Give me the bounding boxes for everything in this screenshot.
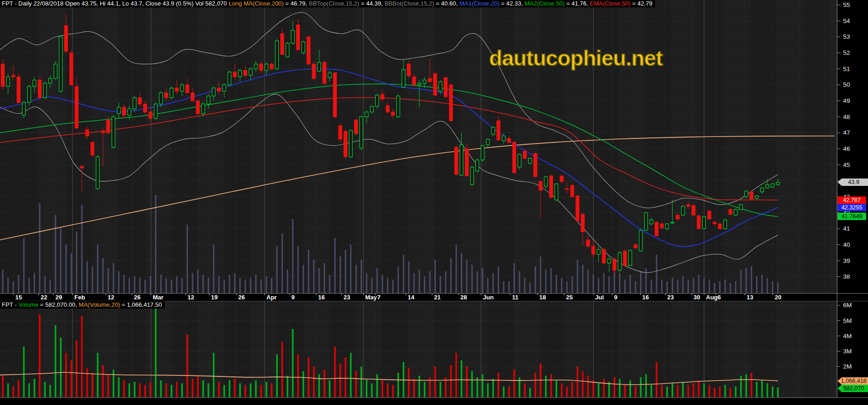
- candle-body: [650, 220, 653, 224]
- volume-bar: [23, 346, 25, 397]
- volume-title-symbol: FPT -: [2, 301, 18, 308]
- volume-bar: [403, 362, 404, 397]
- inline-volume-bar: [118, 271, 120, 293]
- candle: [333, 72, 337, 118]
- candle-body: [159, 93, 163, 104]
- inline-volume-bar: [297, 246, 299, 293]
- inline-volume-bar: [97, 245, 98, 293]
- volume-bar: [413, 379, 415, 397]
- volume-bar: [555, 380, 557, 397]
- inline-volume-bar: [672, 278, 673, 293]
- candle-body: [676, 215, 679, 219]
- week-band: [145, 301, 171, 398]
- candle-body: [760, 188, 764, 192]
- candle: [228, 71, 231, 87]
- ma50-price-tag: 41.7649: [838, 213, 866, 220]
- volume-bar: [2, 376, 4, 397]
- date-axis-label: 20: [775, 294, 781, 301]
- candle-body: [539, 182, 542, 191]
- volume-bar: [34, 379, 36, 397]
- candle-body: [518, 155, 521, 167]
- candle-body: [286, 43, 289, 57]
- volume-bar: [355, 371, 357, 397]
- inline-volume-bar: [155, 195, 157, 293]
- inline-volume-bar: [777, 282, 778, 293]
- candle-body: [296, 25, 300, 50]
- inline-volume-bar: [71, 253, 72, 293]
- title-ma1-label: MA1(Close,20): [459, 0, 500, 7]
- week-band: [408, 0, 434, 293]
- volume-bar: [756, 382, 758, 397]
- volume-bar: [361, 367, 362, 397]
- candle-body: [655, 222, 658, 236]
- candle: [1, 59, 5, 89]
- candle-body: [191, 93, 194, 101]
- inline-volume-bar: [619, 273, 621, 293]
- candle: [38, 77, 41, 100]
- candle: [708, 209, 711, 220]
- inline-volume-bar: [208, 278, 209, 293]
- candle-body: [223, 85, 226, 91]
- price-axis-label: 54: [843, 18, 850, 24]
- date-axis-label: 15: [15, 294, 22, 301]
- price-axis-label: 38: [843, 273, 850, 280]
- candle: [560, 174, 563, 183]
- inline-volume-bar: [550, 268, 552, 293]
- volume-bar: [345, 357, 347, 397]
- inline-volume-bar: [582, 265, 584, 293]
- volume-bar: [455, 353, 457, 397]
- inline-volume-bar: [7, 278, 9, 293]
- week-band: [198, 0, 224, 293]
- candle-body: [750, 192, 753, 199]
- inline-volume-bar: [213, 245, 214, 293]
- inline-volume-bar: [44, 276, 46, 293]
- candle-body: [181, 85, 184, 91]
- volume-bar: [582, 371, 584, 397]
- candle-body: [660, 224, 663, 228]
- candle-body: [586, 240, 590, 246]
- week-band: [724, 0, 750, 293]
- candle-body: [639, 230, 642, 251]
- inline-volume-bar: [440, 276, 441, 293]
- candle: [476, 158, 479, 173]
- inline-volume-bar: [629, 274, 631, 293]
- inline-volume-bar: [519, 271, 520, 293]
- candle: [17, 74, 20, 104]
- candle-body: [365, 112, 368, 117]
- volume-bar: [598, 383, 600, 397]
- inline-volume-bar: [493, 273, 494, 293]
- volume-axis-label: 6M: [843, 302, 852, 309]
- inline-volume-bar: [598, 278, 599, 293]
- volume-bar: [629, 380, 631, 397]
- volume-bar: [487, 383, 489, 397]
- candle: [602, 248, 605, 264]
- volume-bar: [440, 382, 441, 397]
- inline-volume-bar: [609, 276, 610, 293]
- price-axis-label: 47: [843, 129, 850, 136]
- inline-volume-bar: [350, 245, 351, 293]
- volume-bar: [508, 387, 510, 397]
- candle: [534, 152, 537, 177]
- date-axis-label: 12: [108, 294, 114, 301]
- volume-bar: [44, 382, 46, 397]
- inline-volume-bar: [324, 263, 325, 293]
- price-pane-title: FPT - Daily 22/08/2018 Open 43.75, Hi 44…: [0, 0, 655, 7]
- inline-volume-bar: [524, 278, 525, 293]
- candle-body: [476, 160, 479, 171]
- date-axis-label: 13: [747, 294, 753, 301]
- chart-window: 5554535251504948474645444342414039386M5M…: [0, 0, 868, 405]
- volume-bar: [466, 367, 468, 397]
- title-longma-value: = 46.79,: [283, 0, 309, 7]
- candle-body: [392, 112, 395, 115]
- inline-volume-bar: [508, 281, 510, 293]
- candle: [307, 35, 310, 66]
- candle-body: [692, 206, 695, 215]
- candle-body: [434, 74, 437, 95]
- volume-bar: [134, 382, 136, 397]
- candle: [323, 61, 326, 85]
- candle-body: [17, 77, 20, 102]
- inline-volume-bar: [714, 283, 715, 293]
- volume-bar: [202, 380, 204, 397]
- price-axis-label: 55: [843, 1, 850, 8]
- candle-body: [702, 217, 705, 229]
